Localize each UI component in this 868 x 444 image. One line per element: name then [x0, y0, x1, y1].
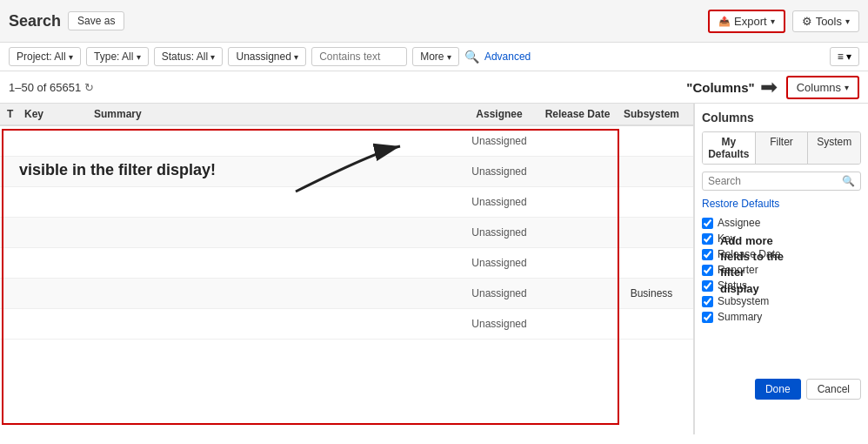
field-item-release-date: Release Date — [702, 246, 861, 262]
project-filter[interactable]: Project: All ▾ — [9, 47, 81, 66]
cell-assignee: Unassigned — [460, 165, 538, 178]
col-header-key: Key — [24, 108, 94, 120]
cell-assignee: Unassigned — [460, 257, 538, 269]
field-checkbox[interactable] — [702, 312, 713, 323]
table-row[interactable]: Unassigned — [0, 187, 693, 218]
project-caret: ▾ — [69, 52, 73, 62]
field-item-subsystem: Subsystem — [702, 293, 861, 309]
type-filter[interactable]: Type: All ▾ — [86, 47, 149, 66]
table-row[interactable]: Unassigned — [0, 309, 693, 340]
col-header-releasedate: Release Date — [538, 108, 617, 120]
unassigned-caret: ▾ — [294, 52, 298, 62]
table-row[interactable]: Unassigned — [0, 157, 693, 187]
top-bar: Search Save as Export optionshere ➡ 📤 Ex… — [0, 0, 868, 43]
advanced-link[interactable]: Advanced — [484, 50, 531, 63]
field-label: Assignee — [718, 217, 760, 229]
columns-button[interactable]: Columns ▾ — [786, 76, 859, 99]
col-header-summary: Summary — [94, 108, 460, 120]
table-area: T Key Summary Assignee Release Date Subs… — [0, 104, 694, 434]
field-item-reporter: Reporter — [702, 262, 861, 278]
cell-assignee: Unassigned — [460, 135, 538, 147]
field-item-summary: Summary — [702, 309, 861, 325]
results-bar: 1–50 of 65651 ↻ "Columns" ➡ Columns ▾ — [0, 71, 868, 104]
cell-assignee: Unassigned — [460, 287, 538, 299]
field-label: Key — [718, 232, 736, 245]
field-label: Status — [718, 279, 747, 292]
panel-tab-filter[interactable]: Filter — [756, 132, 809, 164]
field-checkbox[interactable] — [702, 233, 713, 245]
cancel-button[interactable]: Cancel — [806, 379, 861, 400]
export-icon: 📤 — [718, 16, 731, 27]
field-checkbox[interactable] — [702, 218, 713, 229]
field-checkbox[interactable] — [702, 296, 713, 307]
status-filter[interactable]: Status: All ▾ — [154, 47, 224, 66]
filter-bar: Project: All ▾ Type: All ▾ Status: All ▾… — [0, 43, 868, 71]
table-header: T Key Summary Assignee Release Date Subs… — [0, 104, 693, 126]
field-label: Summary — [718, 311, 762, 323]
panel-search-box: 🔍 — [702, 172, 861, 191]
export-button[interactable]: 📤 Export ▾ — [708, 10, 785, 33]
restore-defaults-link[interactable]: Restore Defaults — [702, 198, 861, 210]
col-header-subsystem: Subsystem — [617, 108, 686, 120]
filter-bar-right: ≡ ▾ — [830, 47, 859, 66]
panel-tabs: My DefaultsFilterSystem — [702, 131, 861, 165]
checkbox-list: Assignee Key Release Date Reporter Statu… — [702, 215, 861, 325]
table-row[interactable]: Unassigned — [0, 126, 693, 157]
table-row[interactable]: Unassigned — [0, 248, 693, 279]
columns-panel: Columns My DefaultsFilterSystem 🔍 Restor… — [694, 104, 868, 434]
save-as-button[interactable]: Save as — [68, 11, 124, 30]
tools-button[interactable]: ⚙ Tools ▾ — [792, 10, 859, 32]
refresh-icon[interactable]: ↻ — [84, 81, 94, 94]
status-caret: ▾ — [210, 52, 215, 62]
type-caret: ▾ — [137, 52, 141, 62]
field-label: Reporter — [718, 264, 758, 276]
panel-footer: Done Cancel — [702, 379, 861, 400]
col-header-t: T — [7, 108, 24, 120]
contains-text-input[interactable] — [311, 47, 407, 66]
more-caret: ▾ — [447, 52, 451, 62]
cell-assignee: Unassigned — [460, 196, 538, 208]
unassigned-filter[interactable]: Unassigned ▾ — [228, 47, 306, 66]
field-item-status: Status — [702, 278, 861, 293]
field-label: Release Date — [718, 248, 781, 260]
page-title: Search — [9, 12, 61, 30]
table-body: Unassigned Unassigned Unassigned Unassig… — [0, 126, 693, 340]
cell-assignee: Unassigned — [460, 226, 538, 239]
field-checkbox[interactable] — [702, 249, 713, 260]
field-checkbox[interactable] — [702, 280, 713, 292]
gear-icon: ⚙ — [802, 15, 812, 28]
field-item-key: Key — [702, 231, 861, 246]
fields-list-scroll: Assignee Key Release Date Reporter Statu… — [702, 215, 861, 372]
table-row[interactable]: Unassigned — [0, 218, 693, 248]
columns-annotation-text: "Columns" — [686, 80, 754, 95]
panel-search-icon: 🔍 — [842, 175, 855, 187]
col-header-assignee: Assignee — [460, 108, 538, 120]
search-icon[interactable]: 🔍 — [464, 50, 479, 64]
panel-tab-my-defaults[interactable]: My Defaults — [703, 132, 756, 164]
field-checkbox[interactable] — [702, 265, 713, 276]
panel-tab-system[interactable]: System — [808, 132, 860, 164]
cell-assignee: Unassigned — [460, 318, 538, 330]
hamburger-button[interactable]: ≡ ▾ — [830, 47, 859, 66]
results-count: 1–50 of 65651 — [9, 81, 81, 94]
field-item-assignee: Assignee — [702, 215, 861, 231]
done-button[interactable]: Done — [755, 379, 801, 400]
main-content: T Key Summary Assignee Release Date Subs… — [0, 104, 868, 434]
more-filter[interactable]: More ▾ — [412, 47, 459, 66]
table-row[interactable]: Unassigned Business — [0, 279, 693, 309]
field-label: Subsystem — [718, 295, 769, 307]
panel-title: Columns — [702, 111, 861, 124]
cell-subsystem: Business — [617, 287, 686, 299]
columns-arrow-icon: ➡ — [760, 75, 778, 99]
panel-search-input[interactable] — [708, 175, 842, 187]
